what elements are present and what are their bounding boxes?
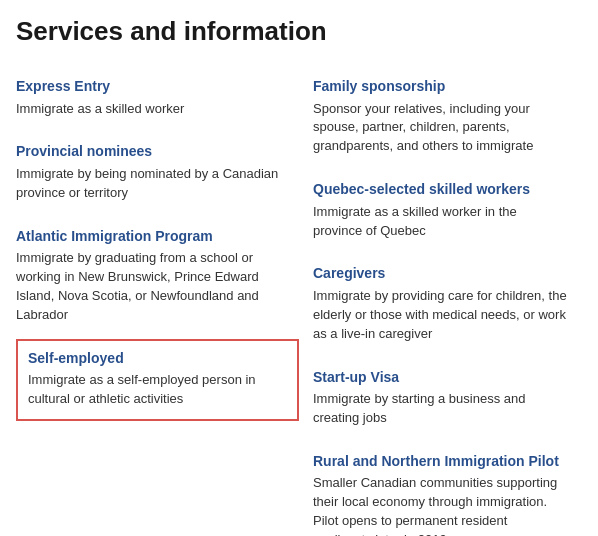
service-item-express-entry: Express Entry Immigrate as a skilled wor… <box>16 67 299 132</box>
atlantic-immigration-desc: Immigrate by graduating from a school or… <box>16 249 285 324</box>
quebec-skilled-link[interactable]: Quebec-selected skilled workers <box>313 180 530 200</box>
atlantic-immigration-link[interactable]: Atlantic Immigration Program <box>16 227 213 247</box>
startup-visa-link[interactable]: Start-up Visa <box>313 368 399 388</box>
page-title: Services and information <box>16 16 582 47</box>
rural-northern-link[interactable]: Rural and Northern Immigration Pilot <box>313 452 559 472</box>
service-item-atlantic-immigration: Atlantic Immigration Program Immigrate b… <box>16 217 299 339</box>
service-item-family-sponsorship: Family sponsorship Sponsor your relative… <box>313 67 582 170</box>
caregivers-link[interactable]: Caregivers <box>313 264 385 284</box>
family-sponsorship-link[interactable]: Family sponsorship <box>313 77 445 97</box>
caregivers-desc: Immigrate by providing care for children… <box>313 287 568 344</box>
service-item-rural-northern: Rural and Northern Immigration Pilot Sma… <box>313 442 582 536</box>
service-item-quebec-skilled: Quebec-selected skilled workers Immigrat… <box>313 170 582 254</box>
rural-northern-desc: Smaller Canadian communities supporting … <box>313 474 568 536</box>
family-sponsorship-desc: Sponsor your relatives, including your s… <box>313 100 568 157</box>
left-column: Express Entry Immigrate as a skilled wor… <box>16 67 299 536</box>
express-entry-desc: Immigrate as a skilled worker <box>16 100 285 119</box>
provincial-nominees-desc: Immigrate by being nominated by a Canadi… <box>16 165 285 203</box>
provincial-nominees-link[interactable]: Provincial nominees <box>16 142 152 162</box>
services-grid: Express Entry Immigrate as a skilled wor… <box>16 67 582 536</box>
service-item-self-employed: Self-employed Immigrate as a self-employ… <box>16 339 299 421</box>
self-employed-link[interactable]: Self-employed <box>28 349 124 369</box>
service-item-provincial-nominees: Provincial nominees Immigrate by being n… <box>16 132 299 216</box>
service-item-caregivers: Caregivers Immigrate by providing care f… <box>313 254 582 357</box>
self-employed-desc: Immigrate as a self-employed person in c… <box>28 371 287 409</box>
quebec-skilled-desc: Immigrate as a skilled worker in the pro… <box>313 203 568 241</box>
service-item-startup-visa: Start-up Visa Immigrate by starting a bu… <box>313 358 582 442</box>
startup-visa-desc: Immigrate by starting a business and cre… <box>313 390 568 428</box>
express-entry-link[interactable]: Express Entry <box>16 77 110 97</box>
right-column: Family sponsorship Sponsor your relative… <box>299 67 582 536</box>
